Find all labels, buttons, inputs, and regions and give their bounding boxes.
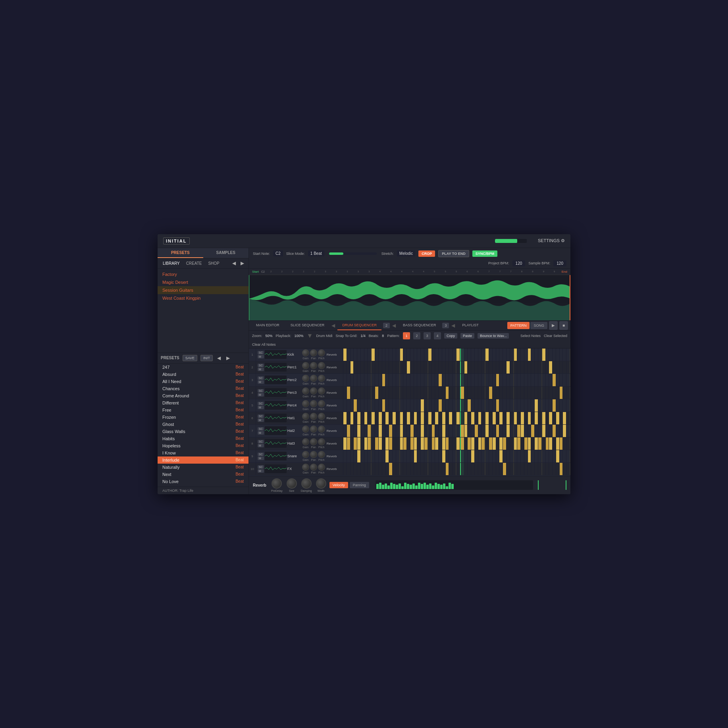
beat-cell-3-37[interactable] [475,387,478,399]
beat-cell-8-15[interactable] [396,450,400,462]
beat-cell-3-14[interactable] [393,387,396,399]
clear-selected-button[interactable]: Clear Selected [544,334,567,338]
beat-cell-9-30[interactable] [449,463,453,475]
beat-cell-1-2[interactable] [351,361,354,374]
beat-cell-6-38[interactable] [478,425,482,437]
beat-cell-1-59[interactable] [553,361,556,374]
preset-item-hopeless[interactable]: HopelessBeat [158,442,248,449]
gain-knob-7[interactable] [302,438,309,445]
beat-cell-6-14[interactable] [393,425,396,437]
beat-cell-3-12[interactable] [385,387,389,399]
beat-cell-9-35[interactable] [468,463,471,475]
beat-cell-0-19[interactable] [410,349,414,361]
beat-cell-9-56[interactable] [542,463,546,475]
beat-cell-4-40[interactable] [485,399,489,412]
beat-cell-9-55[interactable] [538,463,542,475]
beat-cell-8-13[interactable] [389,450,393,462]
beat-cell-0-27[interactable] [439,349,442,361]
width-knob[interactable] [316,478,326,489]
m-btn-2[interactable]: M [258,380,264,384]
beat-cell-4-38[interactable] [478,399,482,412]
beat-cell-5-5[interactable] [361,412,364,424]
beat-cell-4-42[interactable] [493,399,496,412]
beat-cell-1-56[interactable] [542,361,546,374]
beat-cell-5-62[interactable] [563,412,566,424]
init-button[interactable]: INIT [200,355,213,361]
beat-cell-2-5[interactable] [361,374,364,386]
sc-btn-4[interactable]: SC [258,402,264,405]
m-btn-4[interactable]: M [258,406,264,409]
beat-cell-2-58[interactable] [549,374,553,386]
beat-cell-3-45[interactable] [503,387,507,399]
beat-cell-2-28[interactable] [442,374,446,386]
beat-cell-3-31[interactable] [453,387,456,399]
beat-cell-1-25[interactable] [432,361,435,374]
stretch-value[interactable]: Melodic [397,250,415,256]
beat-cell-2-10[interactable] [379,374,382,386]
beat-cell-6-32[interactable] [456,425,460,437]
beat-cell-1-26[interactable] [435,361,439,374]
beat-cell-6-24[interactable] [428,425,432,437]
beat-cell-5-36[interactable] [471,412,475,424]
beat-cell-3-42[interactable] [493,387,496,399]
preset-item-frozen[interactable]: FrozenBeat [158,414,248,421]
beat-cell-3-53[interactable] [531,387,535,399]
beat-cell-2-17[interactable] [403,374,407,386]
beat-cell-1-54[interactable] [535,361,538,374]
beat-cell-8-48[interactable] [514,450,518,462]
beat-cell-2-51[interactable] [524,374,528,386]
beat-cell-2-26[interactable] [435,374,439,386]
beat-cell-1-39[interactable] [481,361,485,374]
beat-cell-3-55[interactable] [538,387,542,399]
beat-cell-0-52[interactable] [528,349,532,361]
beat-cell-8-5[interactable] [361,450,364,462]
beat-cell-9-38[interactable] [478,463,482,475]
beat-cell-0-23[interactable] [424,349,428,361]
beat-cell-1-43[interactable] [496,361,500,374]
beat-cell-8-63[interactable] [566,450,570,462]
beat-cell-6-0[interactable] [343,425,347,437]
beat-cell-2-29[interactable] [446,374,449,386]
beat-cell-9-26[interactable] [435,463,439,475]
beat-cell-1-22[interactable] [421,361,424,374]
library-item-west-coast[interactable]: West Coast Kingpin [158,294,248,302]
beat-cell-5-20[interactable] [414,412,418,424]
pan-knob-8[interactable] [310,451,317,458]
beat-cell-5-22[interactable] [421,412,424,424]
beat-cell-6-63[interactable] [566,425,570,437]
beat-cell-5-30[interactable] [449,412,453,424]
beat-cell-2-63[interactable] [566,374,570,386]
beat-cell-6-22[interactable] [421,425,424,437]
beat-cell-3-11[interactable] [382,387,386,399]
beat-cell-0-60[interactable] [556,349,560,361]
beat-cell-3-36[interactable] [471,387,475,399]
beat-cell-6-35[interactable] [468,425,471,437]
beat-cell-3-16[interactable] [400,387,404,399]
pitch-knob-4[interactable] [318,400,325,407]
beat-cell-0-11[interactable] [382,349,386,361]
beat-cell-7-35[interactable] [468,437,471,450]
slice-mode-value[interactable]: 1 Beat [308,250,324,256]
beat-cell-4-53[interactable] [531,399,535,412]
beat-cell-3-60[interactable] [556,387,560,399]
beat-cell-5-55[interactable] [538,412,542,424]
beat-cell-7-47[interactable] [510,437,514,450]
beat-cell-8-17[interactable] [403,450,407,462]
beat-cell-4-13[interactable] [389,399,393,412]
pattern-button[interactable]: PATTERN [507,322,530,329]
beat-cell-4-58[interactable] [549,399,553,412]
beat-cell-2-15[interactable] [396,374,400,386]
beat-cell-7-36[interactable] [471,437,475,450]
preset-item-247[interactable]: 247Beat [158,364,248,371]
beat-cell-1-12[interactable] [385,361,389,374]
velocity-button[interactable]: Velocity [329,482,348,488]
beat-cell-5-24[interactable] [428,412,432,424]
beat-cell-7-55[interactable] [538,437,542,450]
beat-cell-8-62[interactable] [563,450,566,462]
beat-cell-3-27[interactable] [439,387,442,399]
sc-btn-5[interactable]: SC [258,414,264,418]
beat-cell-8-60[interactable] [556,450,560,462]
beat-cell-1-7[interactable] [368,361,372,374]
beat-cell-6-39[interactable] [481,425,485,437]
beat-cell-1-5[interactable] [361,361,364,374]
